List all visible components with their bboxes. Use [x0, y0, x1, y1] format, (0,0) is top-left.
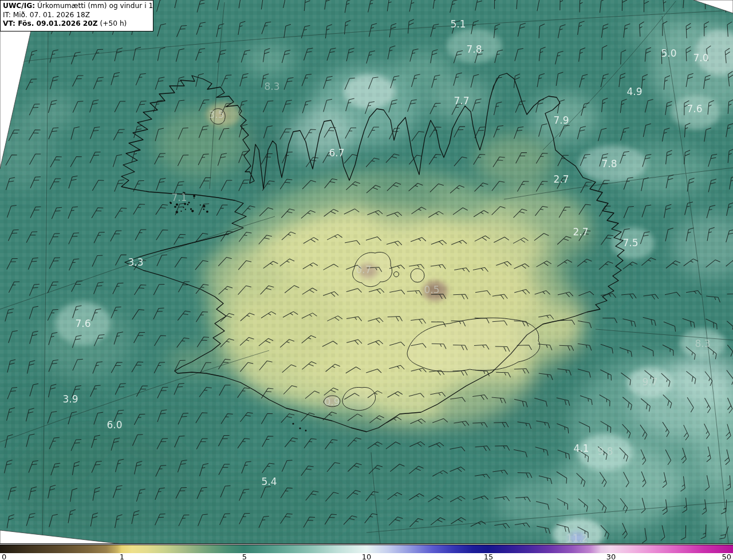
precip-value-label: 3.3	[128, 257, 143, 268]
precip-value-label: 7.8	[601, 158, 617, 169]
precip-value-label: 9.8	[597, 445, 613, 457]
precip-value-label: 7.5	[622, 237, 638, 249]
colorbar-tick: 50	[722, 553, 731, 560]
precip-value-label: 4.9	[626, 86, 642, 97]
weather-map-page: 5.17.88.35.07.04.97.77.63.57.96.77.82.77…	[0, 0, 733, 560]
colorbar-tick-labels: 01510153050	[0, 553, 733, 560]
precip-value-label: 5.1	[450, 18, 466, 30]
precip-value-label: 8.3	[695, 338, 710, 349]
title-line-product: UWC/IG: Úrkomumætti (mm) og vindur i 100…	[3, 2, 151, 11]
precip-value-label: 3.9	[62, 393, 78, 405]
title-box: UWC/IG: Úrkomumætti (mm) og vindur i 100…	[0, 0, 153, 31]
colorbar-tick: 30	[606, 553, 616, 560]
precip-value-label: 0.9	[324, 396, 340, 408]
precip-value-label: 7.9	[553, 115, 569, 126]
precip-value-label: 5.0	[661, 48, 676, 59]
colorbar-gradient	[0, 545, 733, 553]
colorbar: 01510153050	[0, 544, 733, 560]
precip-value-label: 0.5	[424, 284, 439, 295]
precip-value-label: 4.1	[573, 443, 589, 454]
precip-value-label: 6.7	[329, 147, 344, 159]
colorbar-tick: 5	[242, 553, 247, 560]
precip-value-label: 6.0	[107, 419, 122, 431]
precip-value-label: 7.6	[687, 103, 702, 115]
precip-value-label: 2.7	[573, 226, 588, 238]
colorbar-tick: 15	[484, 553, 494, 560]
precip-value-label: 0.7	[356, 264, 371, 275]
map-canvas: 5.17.88.35.07.04.97.77.63.57.96.77.82.77…	[0, 0, 733, 544]
precip-value-label: 8.3	[264, 81, 279, 92]
precip-value-label: 7.1	[171, 192, 187, 203]
precip-value-label: 7.0	[693, 52, 708, 64]
precip-value-label: 2.7	[553, 173, 569, 185]
colorbar-tick: 10	[362, 553, 372, 560]
title-line-valid-time: VT: Fös. 09.01.2026 20Z (+50 h)	[3, 19, 151, 29]
precip-value-label: 9.7	[642, 376, 657, 388]
precip-value-label: 7.6	[75, 318, 90, 329]
precip-value-label: 7.7	[454, 95, 469, 107]
precip-value-label: 5.4	[261, 476, 277, 487]
precip-value-label: 3.5	[208, 109, 224, 120]
title-line-init-time: IT: Mið. 07. 01. 2026 18Z	[3, 11, 151, 20]
colorbar-tick: 0	[2, 553, 6, 560]
colorbar-tick: 1	[120, 553, 124, 560]
precip-value-label: 7.8	[466, 44, 482, 55]
precip-value-label: 11.2	[566, 533, 588, 544]
